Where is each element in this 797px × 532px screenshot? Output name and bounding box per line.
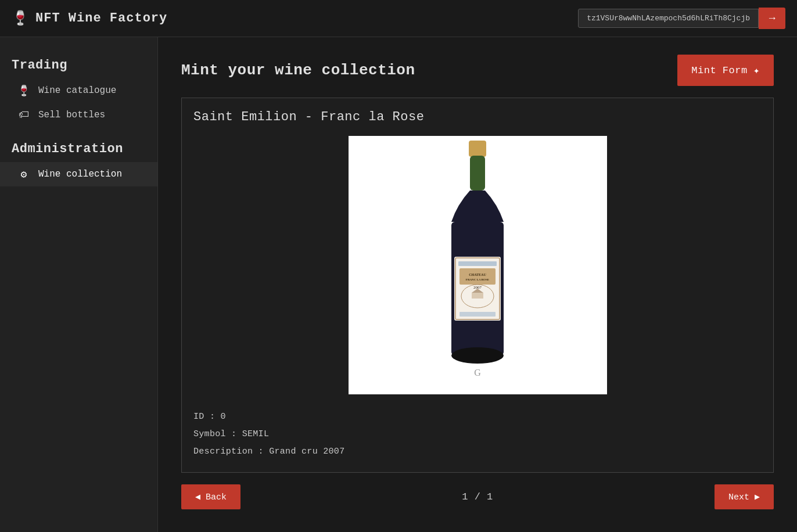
brand-icon: 🍷 bbox=[12, 10, 30, 27]
svg-rect-0 bbox=[469, 141, 486, 157]
wine-catalogue-icon: 🍷 bbox=[17, 84, 30, 97]
svg-rect-7 bbox=[459, 268, 496, 285]
sidebar-item-label-sell-bottles: Sell bottles bbox=[38, 110, 105, 120]
page-title-row: Mint your wine collection Mint Form ✦ bbox=[181, 55, 774, 86]
sidebar-item-label-wine-collection: Wine collection bbox=[38, 169, 122, 179]
wine-description: Description : Grand cru 2007 bbox=[193, 443, 762, 461]
wine-card: Saint Emilion - Franc la Rose bbox=[181, 98, 774, 473]
svg-rect-14 bbox=[459, 312, 496, 317]
sell-bottles-icon: 🏷 bbox=[17, 109, 30, 121]
main-layout: Trading 🍷 Wine catalogue 🏷 Sell bottles … bbox=[0, 37, 797, 532]
svg-text:CHATEAU: CHATEAU bbox=[469, 273, 486, 276]
mint-form-icon: ✦ bbox=[753, 64, 760, 77]
topbar: 🍷 NFT Wine Factory tz1VSUr8wwNhLAzempoch… bbox=[0, 0, 797, 37]
wine-id: ID : 0 bbox=[193, 408, 762, 426]
wine-metadata: ID : 0 Symbol : SEMIL Description : Gran… bbox=[193, 408, 762, 461]
mint-form-label: Mint Form bbox=[691, 65, 747, 76]
svg-text:FRANC LA ROSE: FRANC LA ROSE bbox=[466, 278, 490, 281]
page-title: Mint your wine collection bbox=[181, 62, 415, 79]
pagination-row: ◀ Back 1 / 1 Next ▶ bbox=[181, 484, 774, 515]
logout-button[interactable]: → bbox=[759, 8, 785, 29]
sidebar-item-wine-catalogue[interactable]: 🍷 Wine catalogue bbox=[0, 78, 157, 103]
svg-point-3 bbox=[451, 347, 504, 364]
topbar-right: tz1VSUr8wwNhLAzempoch5d6hLRiTh8Cjcjb → bbox=[578, 8, 785, 29]
sidebar: Trading 🍷 Wine catalogue 🏷 Sell bottles … bbox=[0, 37, 158, 532]
wine-collection-icon: ⚙ bbox=[17, 168, 30, 181]
pagination-info: 1 / 1 bbox=[462, 491, 493, 502]
brand-name: NFT Wine Factory bbox=[35, 11, 167, 26]
wallet-address: tz1VSUr8wwNhLAzempoch5d6hLRiTh8Cjcjb bbox=[578, 9, 759, 28]
sidebar-item-label-wine-catalogue: Wine catalogue bbox=[38, 85, 116, 96]
brand: 🍷 NFT Wine Factory bbox=[12, 10, 167, 27]
wine-symbol: Symbol : SEMIL bbox=[193, 426, 762, 443]
sidebar-trading-title: Trading bbox=[0, 49, 157, 78]
wine-bottle-svg: CHATEAU FRANC LA ROSE 2007 G bbox=[422, 141, 533, 390]
sidebar-item-wine-collection[interactable]: ⚙ Wine collection bbox=[0, 162, 157, 186]
main-content: Mint your wine collection Mint Form ✦ Sa… bbox=[158, 37, 797, 532]
svg-text:G: G bbox=[474, 368, 481, 378]
next-button[interactable]: Next ▶ bbox=[715, 484, 774, 509]
mint-form-button[interactable]: Mint Form ✦ bbox=[677, 55, 774, 86]
wine-image-container: CHATEAU FRANC LA ROSE 2007 G bbox=[349, 136, 607, 394]
sidebar-item-sell-bottles[interactable]: 🏷 Sell bottles bbox=[0, 103, 157, 127]
svg-rect-6 bbox=[458, 261, 497, 266]
wine-card-title: Saint Emilion - Franc la Rose bbox=[193, 110, 762, 124]
svg-rect-12 bbox=[472, 293, 483, 299]
svg-rect-1 bbox=[470, 156, 485, 190]
sidebar-admin-title: Administration bbox=[0, 132, 157, 162]
back-button[interactable]: ◀ Back bbox=[181, 484, 240, 509]
